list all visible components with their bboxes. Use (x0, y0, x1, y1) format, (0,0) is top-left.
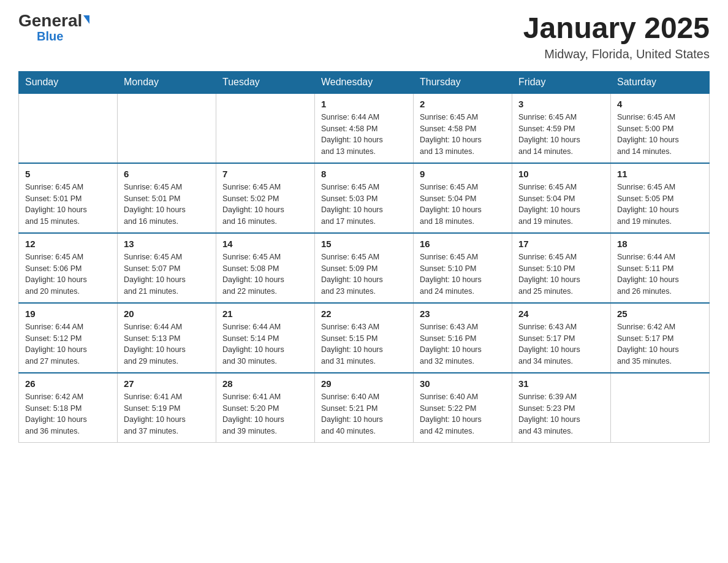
day-number: 27 (124, 378, 210, 389)
day-info: Sunrise: 6:44 AMSunset: 5:12 PMDaylight:… (25, 321, 111, 367)
day-info: Sunrise: 6:44 AMSunset: 5:14 PMDaylight:… (222, 321, 308, 367)
month-title: January 2025 (523, 12, 710, 45)
day-info: Sunrise: 6:45 AMSunset: 5:00 PMDaylight:… (617, 112, 703, 158)
day-info: Sunrise: 6:45 AMSunset: 5:04 PMDaylight:… (420, 182, 506, 228)
day-number: 18 (617, 239, 703, 249)
calendar-cell: 26Sunrise: 6:42 AMSunset: 5:18 PMDayligh… (19, 373, 118, 443)
day-number: 24 (518, 308, 604, 319)
day-number: 29 (321, 378, 407, 389)
calendar-cell: 12Sunrise: 6:45 AMSunset: 5:06 PMDayligh… (19, 233, 118, 303)
calendar-cell: 14Sunrise: 6:45 AMSunset: 5:08 PMDayligh… (216, 233, 315, 303)
day-number: 10 (518, 169, 604, 179)
day-number: 5 (25, 169, 111, 179)
calendar-cell: 1Sunrise: 6:44 AMSunset: 4:58 PMDaylight… (315, 93, 414, 163)
col-header-saturday: Saturday (611, 71, 710, 93)
calendar-cell: 7Sunrise: 6:45 AMSunset: 5:02 PMDaylight… (216, 163, 315, 233)
week-row-1: 1Sunrise: 6:44 AMSunset: 4:58 PMDaylight… (19, 93, 710, 163)
week-row-4: 19Sunrise: 6:44 AMSunset: 5:12 PMDayligh… (19, 303, 710, 373)
week-row-3: 12Sunrise: 6:45 AMSunset: 5:06 PMDayligh… (19, 233, 710, 303)
logo-blue-text: Blue (37, 29, 63, 44)
day-info: Sunrise: 6:43 AMSunset: 5:17 PMDaylight:… (518, 321, 604, 367)
calendar-cell (118, 93, 216, 163)
calendar-cell: 23Sunrise: 6:43 AMSunset: 5:16 PMDayligh… (414, 303, 512, 373)
calendar-cell: 2Sunrise: 6:45 AMSunset: 4:58 PMDaylight… (414, 93, 512, 163)
day-number: 11 (617, 169, 703, 179)
calendar-cell: 25Sunrise: 6:42 AMSunset: 5:17 PMDayligh… (611, 303, 710, 373)
calendar-cell: 3Sunrise: 6:45 AMSunset: 4:59 PMDaylight… (512, 93, 611, 163)
day-info: Sunrise: 6:45 AMSunset: 5:08 PMDaylight:… (222, 251, 308, 297)
calendar-cell (216, 93, 315, 163)
calendar-cell: 19Sunrise: 6:44 AMSunset: 5:12 PMDayligh… (19, 303, 118, 373)
logo-general-text: General (18, 12, 82, 29)
calendar-cell: 15Sunrise: 6:45 AMSunset: 5:09 PMDayligh… (315, 233, 414, 303)
title-block: January 2025 Midway, Florida, United Sta… (523, 12, 710, 61)
calendar-cell: 20Sunrise: 6:44 AMSunset: 5:13 PMDayligh… (118, 303, 216, 373)
day-info: Sunrise: 6:42 AMSunset: 5:18 PMDaylight:… (25, 391, 111, 437)
day-number: 17 (518, 239, 604, 249)
day-info: Sunrise: 6:44 AMSunset: 5:13 PMDaylight:… (124, 321, 210, 367)
calendar-cell: 13Sunrise: 6:45 AMSunset: 5:07 PMDayligh… (118, 233, 216, 303)
calendar-cell: 22Sunrise: 6:43 AMSunset: 5:15 PMDayligh… (315, 303, 414, 373)
col-header-monday: Monday (118, 71, 216, 93)
day-info: Sunrise: 6:45 AMSunset: 5:01 PMDaylight:… (25, 182, 111, 228)
day-info: Sunrise: 6:45 AMSunset: 5:07 PMDaylight:… (124, 251, 210, 297)
day-info: Sunrise: 6:45 AMSunset: 5:10 PMDaylight:… (518, 251, 604, 297)
day-number: 28 (222, 378, 308, 389)
calendar-cell: 9Sunrise: 6:45 AMSunset: 5:04 PMDaylight… (414, 163, 512, 233)
col-header-sunday: Sunday (19, 71, 118, 93)
calendar-cell: 17Sunrise: 6:45 AMSunset: 5:10 PMDayligh… (512, 233, 611, 303)
day-number: 23 (420, 308, 506, 319)
calendar-cell: 27Sunrise: 6:41 AMSunset: 5:19 PMDayligh… (118, 373, 216, 443)
day-info: Sunrise: 6:45 AMSunset: 5:01 PMDaylight:… (124, 182, 210, 228)
day-number: 19 (25, 308, 111, 319)
day-number: 6 (124, 169, 210, 179)
col-header-wednesday: Wednesday (315, 71, 414, 93)
day-number: 3 (518, 99, 604, 109)
day-info: Sunrise: 6:45 AMSunset: 4:58 PMDaylight:… (420, 112, 506, 158)
day-info: Sunrise: 6:45 AMSunset: 5:05 PMDaylight:… (617, 182, 703, 228)
calendar-cell: 4Sunrise: 6:45 AMSunset: 5:00 PMDaylight… (611, 93, 710, 163)
calendar-cell: 11Sunrise: 6:45 AMSunset: 5:05 PMDayligh… (611, 163, 710, 233)
day-number: 8 (321, 169, 407, 179)
calendar-cell: 30Sunrise: 6:40 AMSunset: 5:22 PMDayligh… (414, 373, 512, 443)
col-header-tuesday: Tuesday (216, 71, 315, 93)
day-info: Sunrise: 6:45 AMSunset: 5:04 PMDaylight:… (518, 182, 604, 228)
day-info: Sunrise: 6:42 AMSunset: 5:17 PMDaylight:… (617, 321, 703, 367)
day-info: Sunrise: 6:41 AMSunset: 5:19 PMDaylight:… (124, 391, 210, 437)
day-info: Sunrise: 6:39 AMSunset: 5:23 PMDaylight:… (518, 391, 604, 437)
day-number: 26 (25, 378, 111, 389)
day-info: Sunrise: 6:40 AMSunset: 5:21 PMDaylight:… (321, 391, 407, 437)
calendar-cell: 21Sunrise: 6:44 AMSunset: 5:14 PMDayligh… (216, 303, 315, 373)
day-number: 25 (617, 308, 703, 319)
day-info: Sunrise: 6:45 AMSunset: 4:59 PMDaylight:… (518, 112, 604, 158)
day-info: Sunrise: 6:43 AMSunset: 5:16 PMDaylight:… (420, 321, 506, 367)
day-number: 20 (124, 308, 210, 319)
day-number: 14 (222, 239, 308, 249)
day-number: 12 (25, 239, 111, 249)
calendar-cell: 18Sunrise: 6:44 AMSunset: 5:11 PMDayligh… (611, 233, 710, 303)
calendar-cell: 29Sunrise: 6:40 AMSunset: 5:21 PMDayligh… (315, 373, 414, 443)
day-number: 13 (124, 239, 210, 249)
day-number: 15 (321, 239, 407, 249)
calendar-cell: 28Sunrise: 6:41 AMSunset: 5:20 PMDayligh… (216, 373, 315, 443)
calendar-cell: 24Sunrise: 6:43 AMSunset: 5:17 PMDayligh… (512, 303, 611, 373)
day-info: Sunrise: 6:45 AMSunset: 5:10 PMDaylight:… (420, 251, 506, 297)
day-info: Sunrise: 6:44 AMSunset: 5:11 PMDaylight:… (617, 251, 703, 297)
calendar-cell (611, 373, 710, 443)
day-info: Sunrise: 6:45 AMSunset: 5:02 PMDaylight:… (222, 182, 308, 228)
day-number: 22 (321, 308, 407, 319)
calendar-cell: 8Sunrise: 6:45 AMSunset: 5:03 PMDaylight… (315, 163, 414, 233)
calendar-cell: 6Sunrise: 6:45 AMSunset: 5:01 PMDaylight… (118, 163, 216, 233)
day-info: Sunrise: 6:41 AMSunset: 5:20 PMDaylight:… (222, 391, 308, 437)
col-header-thursday: Thursday (414, 71, 512, 93)
day-info: Sunrise: 6:45 AMSunset: 5:03 PMDaylight:… (321, 182, 407, 228)
day-number: 31 (518, 378, 604, 389)
day-number: 30 (420, 378, 506, 389)
calendar-cell: 10Sunrise: 6:45 AMSunset: 5:04 PMDayligh… (512, 163, 611, 233)
calendar-cell: 16Sunrise: 6:45 AMSunset: 5:10 PMDayligh… (414, 233, 512, 303)
calendar-cell: 31Sunrise: 6:39 AMSunset: 5:23 PMDayligh… (512, 373, 611, 443)
day-number: 2 (420, 99, 506, 109)
day-info: Sunrise: 6:43 AMSunset: 5:15 PMDaylight:… (321, 321, 407, 367)
day-number: 21 (222, 308, 308, 319)
day-info: Sunrise: 6:45 AMSunset: 5:06 PMDaylight:… (25, 251, 111, 297)
